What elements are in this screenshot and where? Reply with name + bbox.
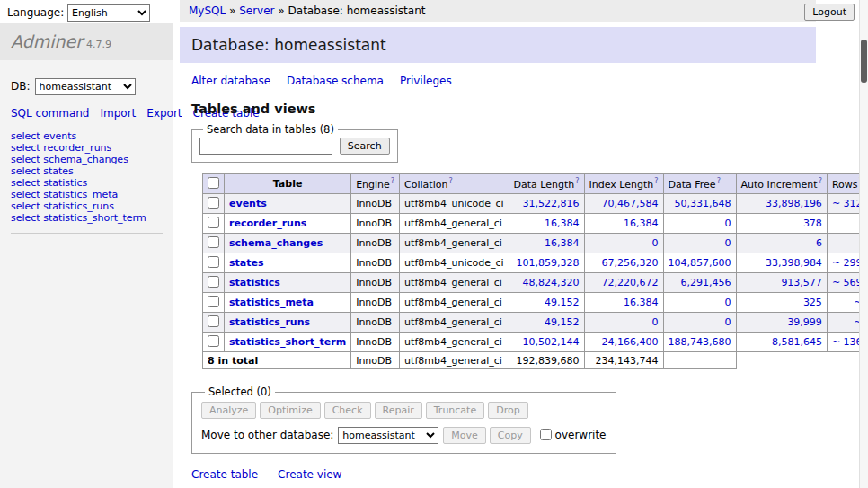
help-icon[interactable]: ? bbox=[819, 177, 822, 185]
data-free-link[interactable]: 104,857,600 bbox=[669, 257, 731, 269]
index-length-link[interactable]: 16,384 bbox=[624, 297, 659, 308]
index-length-link[interactable]: 0 bbox=[652, 316, 659, 328]
database-schema-link[interactable]: Database schema bbox=[287, 75, 384, 87]
sidebar-select-statistics-link[interactable]: select statistics bbox=[11, 177, 163, 189]
data-length-link[interactable]: 31,522,816 bbox=[523, 198, 580, 209]
table-name-link[interactable]: statistics_runs bbox=[229, 316, 310, 328]
sidebar-select-schema-changes-link[interactable]: select schema_changes bbox=[11, 154, 163, 165]
index-length-link[interactable]: 24,166,400 bbox=[602, 336, 659, 348]
auto-increment-link[interactable]: 8,581,645 bbox=[772, 336, 822, 348]
row-checkbox[interactable] bbox=[208, 236, 219, 248]
language-select[interactable]: English bbox=[67, 4, 150, 22]
data-length-link[interactable]: 49,152 bbox=[545, 297, 580, 308]
data-length-link[interactable]: 101,859,328 bbox=[517, 257, 580, 269]
data-free-link[interactable]: 0 bbox=[725, 316, 731, 328]
sidebar-import-link[interactable]: Import bbox=[100, 107, 136, 120]
adminer-logo[interactable]: Adminer bbox=[11, 31, 83, 51]
auto-increment-link[interactable]: 913,577 bbox=[781, 277, 822, 288]
sidebar-select-statistics-meta-link[interactable]: select statistics_meta bbox=[11, 189, 163, 200]
table-name-link[interactable]: schema_changes bbox=[229, 237, 323, 249]
scrollbar-track[interactable] bbox=[859, 0, 868, 488]
data-free-link[interactable]: 188,743,680 bbox=[669, 336, 731, 348]
table-cell-data-length: 16,384 bbox=[509, 214, 584, 234]
row-checkbox[interactable] bbox=[208, 197, 219, 209]
scrollbar-thumb[interactable] bbox=[861, 40, 867, 83]
truncate-button[interactable]: Truncate bbox=[426, 402, 484, 419]
help-icon[interactable]: ? bbox=[717, 177, 721, 185]
row-checkbox[interactable] bbox=[208, 256, 219, 268]
sidebar-select-recorder-runs-link[interactable]: select recorder_runs bbox=[11, 142, 163, 154]
move-button[interactable]: Move bbox=[443, 427, 486, 444]
analyze-button[interactable]: Analyze bbox=[201, 402, 256, 419]
db-select[interactable]: homeassistant bbox=[35, 78, 136, 95]
auto-increment-link[interactable]: 6 bbox=[816, 237, 822, 249]
table-name-link[interactable]: states bbox=[229, 257, 264, 269]
sidebar-select-statistics-runs-link[interactable]: select statistics_runs bbox=[11, 200, 163, 212]
data-free-link[interactable]: 0 bbox=[725, 217, 731, 229]
row-check-cell bbox=[203, 234, 225, 253]
move-db-select[interactable]: homeassistant bbox=[338, 427, 438, 444]
alter-database-link[interactable]: Alter database bbox=[191, 75, 270, 87]
breadcrumb-server[interactable]: Server bbox=[239, 4, 274, 17]
table-name-link[interactable]: statistics bbox=[229, 277, 280, 288]
create-view-link[interactable]: Create view bbox=[278, 468, 341, 481]
privileges-link[interactable]: Privileges bbox=[400, 75, 452, 87]
index-length-link[interactable]: 70,467,584 bbox=[602, 198, 659, 209]
auto-increment-link[interactable]: 33,898,196 bbox=[766, 198, 822, 209]
overwrite-checkbox[interactable] bbox=[540, 429, 552, 440]
sidebar-export-link[interactable]: Export bbox=[146, 107, 182, 120]
help-icon[interactable]: ? bbox=[654, 177, 658, 185]
index-length-link[interactable]: 16,384 bbox=[624, 217, 659, 229]
data-length-link[interactable]: 49,152 bbox=[545, 316, 580, 328]
select-all-checkbox[interactable] bbox=[208, 177, 219, 189]
row-checkbox[interactable] bbox=[208, 296, 219, 307]
sidebar-sql-command-link[interactable]: SQL command bbox=[11, 107, 89, 120]
check-button[interactable]: Check bbox=[324, 402, 371, 419]
search-button[interactable]: Search bbox=[340, 138, 390, 155]
data-free-link[interactable]: 0 bbox=[725, 237, 731, 249]
sidebar-select-events-link[interactable]: select events bbox=[11, 130, 163, 142]
breadcrumb-mysql[interactable]: MySQL bbox=[189, 4, 226, 17]
table-name-link[interactable]: statistics_short_term bbox=[229, 336, 346, 348]
copy-button[interactable]: Copy bbox=[490, 427, 531, 444]
auto-increment-link[interactable]: 378 bbox=[803, 217, 822, 229]
total-data-length: 192,839,680 bbox=[509, 352, 584, 369]
auto-increment-link[interactable]: 325 bbox=[803, 297, 822, 308]
sidebar-quick-links: SQL commandImportExportCreate table bbox=[11, 106, 156, 121]
data-free-link[interactable]: 50,331,648 bbox=[675, 198, 731, 209]
optimize-button[interactable]: Optimize bbox=[260, 402, 320, 419]
table-name-link[interactable]: recorder_runs bbox=[229, 217, 306, 229]
table-cell-index-length: 70,467,584 bbox=[584, 194, 663, 214]
table-name-link[interactable]: events bbox=[229, 198, 267, 209]
sidebar-select-states-link[interactable]: select states bbox=[11, 165, 163, 177]
search-input[interactable] bbox=[199, 138, 332, 155]
help-icon[interactable]: ? bbox=[575, 177, 579, 185]
help-icon[interactable]: ? bbox=[448, 177, 452, 185]
repair-button[interactable]: Repair bbox=[375, 402, 422, 419]
breadcrumb-separator: » bbox=[226, 4, 239, 17]
auto-increment-link[interactable]: 39,999 bbox=[787, 316, 822, 328]
create-table-link[interactable]: Create table bbox=[191, 468, 258, 481]
index-length-link[interactable]: 67,256,320 bbox=[602, 257, 659, 269]
column-header-index-length: Index Length? bbox=[584, 174, 663, 194]
row-checkbox[interactable] bbox=[208, 315, 219, 327]
logout-button[interactable]: Logout bbox=[804, 4, 855, 21]
table-name-link[interactable]: statistics_meta bbox=[229, 297, 314, 308]
data-free-link[interactable]: 0 bbox=[725, 297, 731, 308]
index-length-link[interactable]: 72,220,672 bbox=[602, 277, 659, 288]
data-free-link[interactable]: 6,291,456 bbox=[681, 277, 731, 288]
table-cell-data-free: 50,331,648 bbox=[663, 194, 736, 214]
auto-increment-link[interactable]: 33,398,984 bbox=[766, 257, 822, 269]
row-checkbox[interactable] bbox=[208, 335, 219, 347]
data-length-link[interactable]: 48,824,320 bbox=[523, 277, 580, 288]
row-checkbox[interactable] bbox=[208, 217, 219, 228]
sidebar-select-statistics-short-term-link[interactable]: select statistics_short_term bbox=[11, 212, 163, 224]
data-length-link[interactable]: 10,502,144 bbox=[523, 336, 580, 348]
table-cell-data-free: 0 bbox=[663, 214, 736, 234]
drop-button[interactable]: Drop bbox=[488, 402, 527, 419]
row-checkbox[interactable] bbox=[208, 276, 219, 288]
data-length-link[interactable]: 16,384 bbox=[545, 217, 580, 229]
help-icon[interactable]: ? bbox=[391, 177, 394, 185]
data-length-link[interactable]: 16,384 bbox=[545, 237, 580, 249]
index-length-link[interactable]: 0 bbox=[652, 237, 659, 249]
